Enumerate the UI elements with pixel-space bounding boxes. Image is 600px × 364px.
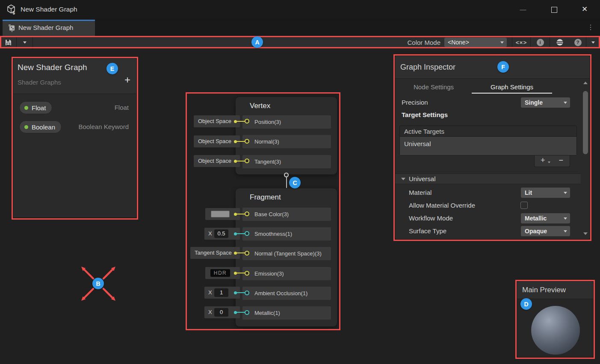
tab-bar-menu-icon[interactable]: ⋮ (585, 19, 596, 36)
unity-logo-icon: 6 (5, 3, 17, 15)
annotation-box-blackboard (12, 57, 138, 220)
tab-label: New Shader Graph (18, 20, 73, 36)
annotation-marker-e: E (106, 63, 118, 74)
annotation-box-preview (515, 280, 595, 359)
annotation-box-inspector (393, 54, 591, 241)
tab-new-shader-graph[interactable]: New Shader Graph (3, 20, 95, 36)
annotation-marker-a: A (251, 36, 263, 48)
tab-bar: New Shader Graph ⋮ (0, 19, 600, 36)
annotation-box-nodes (186, 92, 340, 330)
shader-graph-window: 6 New Shader Graph — ✕ New Shader Graph … (0, 0, 600, 364)
annotation-marker-d: D (520, 298, 532, 310)
close-button[interactable]: ✕ (577, 0, 592, 19)
annotation-marker-c: C (289, 177, 301, 188)
annotation-marker-f: F (497, 61, 509, 73)
window-title: New Shader Graph (21, 0, 77, 19)
svg-text:6: 6 (13, 11, 15, 15)
shader-graph-asset-icon (8, 23, 16, 32)
minimize-button[interactable]: — (516, 0, 530, 19)
annotation-marker-b: B (92, 278, 104, 289)
maximize-button[interactable] (551, 7, 557, 13)
title-bar: 6 New Shader Graph — ✕ (0, 0, 600, 19)
annotation-box-toolbar (0, 36, 600, 48)
